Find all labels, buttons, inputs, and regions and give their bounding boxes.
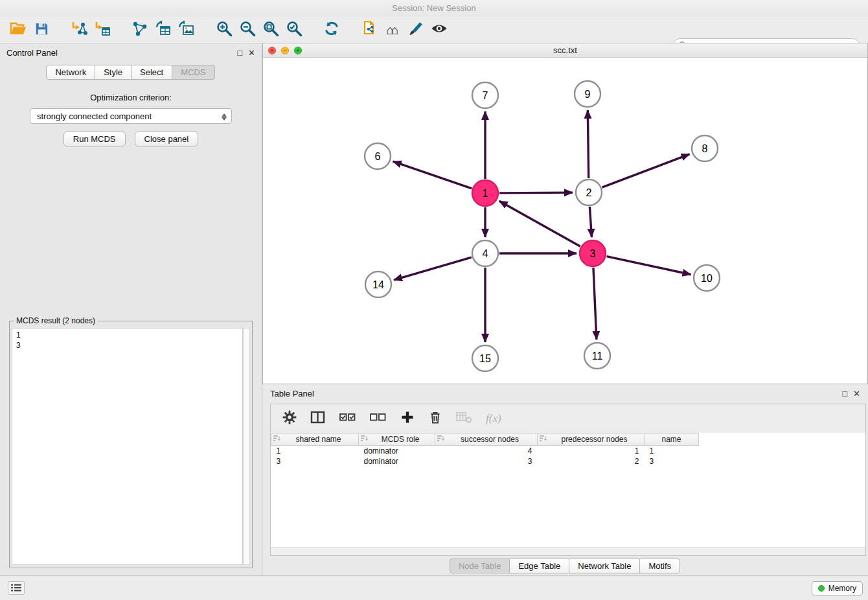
- svg-text:6: 6: [375, 151, 381, 162]
- table-cell: 3: [645, 456, 699, 467]
- column-header-mcds-role[interactable]: MCDS role: [359, 433, 435, 446]
- sort-icon: [540, 435, 547, 444]
- import-network-button[interactable]: [67, 19, 91, 40]
- tab-network[interactable]: Network: [46, 65, 95, 80]
- mcds-result-title: MCDS result (2 nodes): [14, 316, 98, 325]
- tab-network-table[interactable]: Network Table: [569, 559, 640, 573]
- network-graph-canvas[interactable]: 7968124314101511: [263, 58, 867, 384]
- graph-node-8[interactable]: 8: [692, 135, 718, 161]
- home-network-button[interactable]: ⌂⌂: [381, 19, 404, 40]
- graph-edge-2-9[interactable]: [588, 110, 588, 178]
- result-item[interactable]: 3: [16, 340, 238, 351]
- select-all-button[interactable]: [339, 411, 356, 426]
- table-cell: dominator: [359, 456, 435, 467]
- maximize-window-button[interactable]: +: [294, 47, 302, 54]
- table-settings-button[interactable]: [282, 410, 297, 427]
- column-header-successor-nodes[interactable]: successor nodes: [435, 433, 538, 446]
- result-scrollbar[interactable]: [243, 328, 250, 565]
- tab-mcds[interactable]: MCDS: [172, 65, 214, 80]
- close-table-panel-icon[interactable]: ✕: [853, 389, 860, 398]
- table-cell: 1: [538, 446, 645, 456]
- show-columns-button[interactable]: [310, 410, 326, 427]
- tab-select[interactable]: Select: [131, 65, 172, 80]
- table-row[interactable]: 1dominator411: [271, 446, 699, 456]
- graph-edge-3-11[interactable]: [593, 268, 597, 340]
- graph-edge-4-14[interactable]: [394, 257, 472, 280]
- table-cell: 1: [645, 446, 699, 456]
- column-header-predecessor-nodes[interactable]: predecessor nodes: [538, 433, 645, 446]
- zoom-fit-button[interactable]: [259, 19, 282, 40]
- graph-edge-2-3[interactable]: [589, 207, 591, 237]
- network-image-button[interactable]: [175, 19, 198, 40]
- window-title: Session: New Session: [0, 0, 868, 17]
- graph-node-1[interactable]: 1: [472, 180, 498, 206]
- import-table-icon: [94, 20, 111, 40]
- result-item[interactable]: 1: [16, 330, 238, 340]
- optimization-criterion-select[interactable]: strongly connected component: [30, 108, 232, 124]
- graph-edge-1-6[interactable]: [393, 161, 472, 189]
- column-header-shared-name[interactable]: shared name: [271, 433, 359, 446]
- graph-node-11[interactable]: 11: [584, 343, 610, 369]
- network-share-button[interactable]: [128, 19, 152, 40]
- graph-edge-1-2[interactable]: [499, 192, 573, 193]
- save-session-button[interactable]: [30, 19, 53, 40]
- copy-document-button[interactable]: [358, 19, 381, 40]
- main-toolbar: ⌂⌂: [0, 17, 868, 43]
- mcds-result-list[interactable]: 13: [12, 328, 243, 565]
- memory-button[interactable]: Memory: [812, 581, 863, 595]
- tab-node-table[interactable]: Node Table: [450, 559, 510, 573]
- zoom-in-button[interactable]: [212, 19, 236, 40]
- svg-text:4: 4: [483, 248, 488, 259]
- zoom-selected-button[interactable]: [282, 19, 306, 40]
- column-header-name[interactable]: name: [645, 433, 699, 446]
- memory-label: Memory: [828, 584, 856, 593]
- select-stepper-icon: [220, 110, 228, 123]
- close-panel-icon[interactable]: ✕: [248, 48, 255, 58]
- graph-node-10[interactable]: 10: [694, 265, 720, 291]
- eye-icon: [431, 22, 448, 38]
- node-table-body: 1dominator4113dominator323: [271, 446, 699, 467]
- graph-edge-3-10[interactable]: [607, 257, 691, 275]
- visibility-button[interactable]: [428, 19, 451, 40]
- delete-row-button[interactable]: [428, 410, 442, 427]
- delete-column-icon: [456, 410, 472, 427]
- tab-edge-table[interactable]: Edge Table: [509, 559, 569, 573]
- refresh-button[interactable]: [320, 19, 343, 40]
- network-table-icon: [155, 20, 172, 40]
- zoom-out-button[interactable]: [236, 19, 259, 40]
- svg-text:8: 8: [702, 143, 708, 154]
- tab-motifs[interactable]: Motifs: [639, 559, 680, 573]
- graph-node-3[interactable]: 3: [580, 240, 606, 266]
- tab-style[interactable]: Style: [95, 65, 131, 80]
- task-list-button[interactable]: [8, 581, 25, 595]
- graph-node-9[interactable]: 9: [575, 81, 600, 107]
- add-row-button[interactable]: [400, 410, 415, 427]
- float-table-panel-icon[interactable]: □: [842, 389, 847, 398]
- open-session-button[interactable]: [6, 19, 30, 40]
- function-builder-button[interactable]: f(x): [486, 412, 501, 425]
- network-image-icon: [178, 20, 195, 40]
- close-window-button[interactable]: ×: [268, 47, 276, 54]
- node-table: shared name MCDS role: [271, 433, 699, 467]
- close-panel-button[interactable]: Close panel: [135, 132, 199, 146]
- graph-node-6[interactable]: 6: [365, 143, 391, 169]
- graph-edge-2-8[interactable]: [602, 154, 690, 187]
- table-row[interactable]: 3dominator323: [271, 456, 699, 467]
- graph-node-14[interactable]: 14: [365, 271, 391, 297]
- minimize-window-button[interactable]: –: [281, 47, 289, 54]
- deselect-all-button[interactable]: [370, 411, 387, 426]
- float-panel-icon[interactable]: □: [237, 48, 242, 58]
- style-brush-button[interactable]: [404, 19, 428, 40]
- delete-column-button[interactable]: [456, 410, 472, 427]
- network-from-table-button[interactable]: [152, 19, 175, 40]
- gear-icon: [282, 410, 297, 427]
- horizontal-scrollbar[interactable]: [271, 547, 865, 555]
- graph-node-7[interactable]: 7: [472, 82, 498, 108]
- graph-edge-3-1[interactable]: [499, 201, 580, 246]
- import-table-button[interactable]: [91, 19, 114, 40]
- run-mcds-button[interactable]: Run MCDS: [63, 132, 126, 146]
- table-cell: 2: [538, 456, 645, 467]
- graph-node-4[interactable]: 4: [472, 240, 498, 266]
- graph-node-2[interactable]: 2: [576, 179, 602, 205]
- graph-node-15[interactable]: 15: [472, 345, 498, 371]
